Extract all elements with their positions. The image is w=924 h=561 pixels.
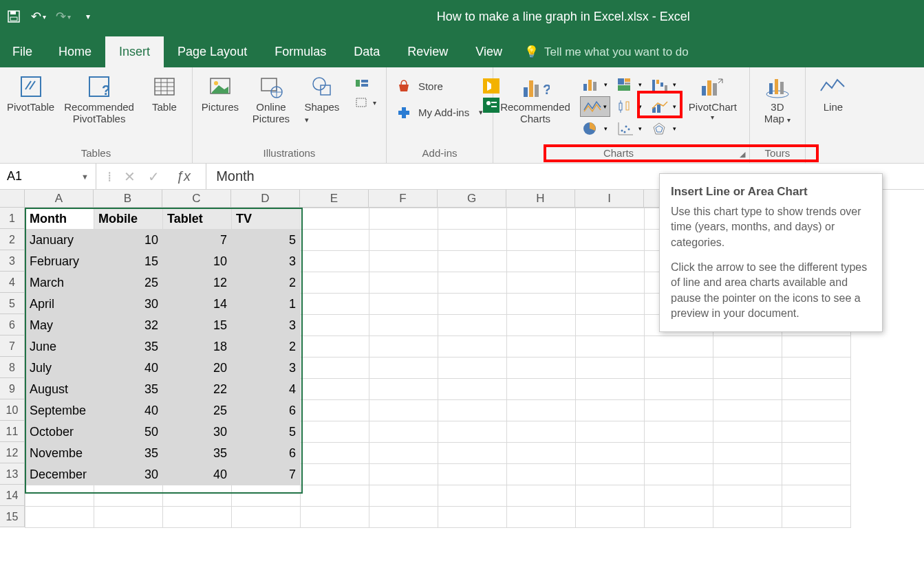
cell[interactable]: March <box>25 272 94 294</box>
cell[interactable]: Septembe <box>25 400 94 421</box>
cell[interactable] <box>782 464 851 485</box>
cell[interactable] <box>507 421 576 443</box>
row-header-11[interactable]: 11 <box>0 421 25 442</box>
cell[interactable] <box>782 443 851 464</box>
cell[interactable] <box>369 208 438 230</box>
cell[interactable] <box>94 507 163 528</box>
cell[interactable] <box>576 294 645 315</box>
cell[interactable] <box>438 464 507 485</box>
cell[interactable] <box>576 485 645 507</box>
radar-chart-button[interactable]: ▾ <box>649 118 679 139</box>
name-box[interactable]: A1 ▼ <box>0 164 96 189</box>
cell[interactable] <box>438 230 507 251</box>
cell[interactable] <box>713 443 782 464</box>
cell[interactable] <box>576 358 645 379</box>
tab-view[interactable]: View <box>462 36 516 67</box>
cell[interactable] <box>301 208 369 230</box>
cell[interactable] <box>645 507 713 528</box>
cell[interactable]: Month <box>25 208 94 230</box>
cell[interactable] <box>782 507 851 528</box>
cell[interactable] <box>782 379 851 400</box>
cell[interactable] <box>576 336 645 358</box>
tab-formulas[interactable]: Formulas <box>261 36 340 67</box>
cell[interactable] <box>438 443 507 464</box>
cell[interactable]: 32 <box>94 315 163 336</box>
cell[interactable] <box>438 400 507 421</box>
cell[interactable]: 22 <box>163 379 232 400</box>
cell[interactable] <box>301 230 369 251</box>
table-button[interactable]: Table <box>144 72 185 113</box>
row-header-7[interactable]: 7 <box>0 336 25 357</box>
cell[interactable]: 7 <box>163 230 232 251</box>
cell[interactable]: 25 <box>163 400 232 421</box>
cell[interactable]: June <box>25 336 94 358</box>
cell[interactable]: 3 <box>232 251 301 272</box>
cell[interactable] <box>301 443 369 464</box>
cell[interactable]: 2 <box>232 336 301 358</box>
smartart-button[interactable] <box>352 74 379 92</box>
cell[interactable]: February <box>25 251 94 272</box>
cell[interactable] <box>301 485 369 507</box>
cell[interactable] <box>713 358 782 379</box>
cell[interactable]: 30 <box>163 421 232 443</box>
cell[interactable]: 40 <box>163 464 232 485</box>
cell[interactable] <box>507 485 576 507</box>
cell[interactable] <box>507 443 576 464</box>
recommended-charts-button[interactable]: ? Recommended Charts <box>500 72 570 124</box>
enter-icon[interactable]: ✓ <box>148 168 160 185</box>
cell[interactable] <box>782 485 851 507</box>
cell[interactable] <box>507 208 576 230</box>
cell[interactable]: April <box>25 294 94 315</box>
cell[interactable] <box>576 315 645 336</box>
cell[interactable] <box>25 507 94 528</box>
cell[interactable] <box>507 507 576 528</box>
cell[interactable] <box>576 421 645 443</box>
cell[interactable] <box>645 464 713 485</box>
cell[interactable] <box>438 294 507 315</box>
cell[interactable] <box>369 464 438 485</box>
cell[interactable]: 20 <box>163 358 232 379</box>
cell[interactable] <box>369 507 438 528</box>
cell[interactable]: 25 <box>94 272 163 294</box>
cell[interactable]: 7 <box>232 464 301 485</box>
col-header-I[interactable]: I <box>575 190 644 208</box>
cell[interactable] <box>713 485 782 507</box>
cell[interactable] <box>507 272 576 294</box>
cell[interactable]: 10 <box>94 230 163 251</box>
row-header-15[interactable]: 15 <box>0 506 25 527</box>
row-header-10[interactable]: 10 <box>0 399 25 421</box>
pivotchart-button[interactable]: PivotChart▾ <box>689 72 737 121</box>
cell[interactable] <box>25 485 94 507</box>
cell[interactable] <box>301 272 369 294</box>
cell[interactable] <box>369 443 438 464</box>
cell[interactable] <box>301 251 369 272</box>
tab-data[interactable]: Data <box>340 36 394 67</box>
cell[interactable] <box>369 315 438 336</box>
cell[interactable]: 1 <box>232 294 301 315</box>
cell[interactable]: August <box>25 379 94 400</box>
cell[interactable]: Mobile <box>94 208 163 230</box>
redo-icon[interactable]: ↷▾ <box>55 8 72 25</box>
cell[interactable] <box>369 251 438 272</box>
col-header-H[interactable]: H <box>506 190 575 208</box>
cell[interactable]: 35 <box>94 379 163 400</box>
cell[interactable] <box>713 421 782 443</box>
cell[interactable]: 40 <box>94 400 163 421</box>
cell[interactable]: 50 <box>94 421 163 443</box>
cell[interactable] <box>369 400 438 421</box>
cell[interactable] <box>438 358 507 379</box>
cell[interactable] <box>507 464 576 485</box>
cell[interactable]: 3 <box>232 315 301 336</box>
cell[interactable]: 15 <box>94 251 163 272</box>
cell[interactable] <box>576 507 645 528</box>
tab-insert[interactable]: Insert <box>105 36 164 67</box>
save-icon[interactable] <box>6 8 22 25</box>
row-header-14[interactable]: 14 <box>0 485 25 506</box>
cell[interactable]: 5 <box>232 230 301 251</box>
cell[interactable] <box>507 379 576 400</box>
cell[interactable]: 35 <box>94 443 163 464</box>
cell[interactable] <box>369 379 438 400</box>
row-header-6[interactable]: 6 <box>0 314 25 336</box>
cell[interactable]: December <box>25 464 94 485</box>
cell[interactable] <box>369 336 438 358</box>
